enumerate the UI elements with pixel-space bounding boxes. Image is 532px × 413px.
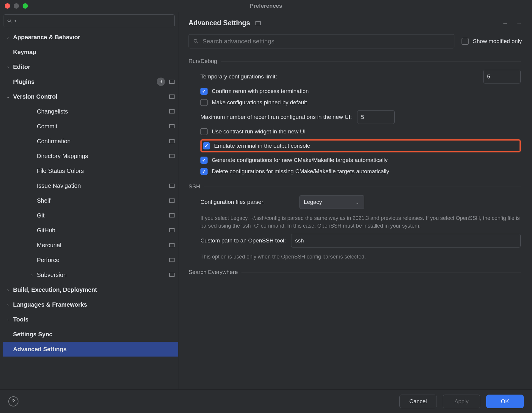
sidebar-item-label: Mercurial	[37, 242, 167, 249]
scope-icon	[169, 124, 175, 128]
chevron-right-icon: ›	[5, 64, 11, 70]
sidebar-item-label: File Status Colors	[37, 168, 175, 174]
pinned-default-checkbox[interactable]	[200, 99, 208, 106]
sidebar-item-label: Confirmation	[37, 138, 167, 145]
footer: ? Cancel Apply OK	[0, 389, 532, 413]
ok-button[interactable]: OK	[486, 395, 524, 408]
sidebar-item-label: Keymap	[13, 49, 175, 56]
settings-tree: ›Appearance & BehaviorKeymap›EditorPlugi…	[3, 30, 178, 389]
max-recent-input[interactable]	[357, 110, 395, 124]
sidebar-item-plugins[interactable]: Plugins3	[3, 74, 178, 89]
svg-line-1	[10, 21, 11, 23]
del-configs-checkbox[interactable]	[200, 168, 208, 175]
titlebar: Preferences	[0, 0, 532, 12]
help-button[interactable]: ?	[8, 396, 18, 406]
sidebar-item-mercurial[interactable]: Mercurial	[3, 238, 178, 253]
sidebar-item-changelists[interactable]: Changelists	[3, 104, 178, 119]
maximize-icon[interactable]	[23, 3, 28, 9]
sidebar-item-directory-mappings[interactable]: Directory Mappings	[3, 149, 178, 163]
sidebar-item-advanced-settings[interactable]: Advanced Settings	[3, 342, 178, 357]
sidebar-item-settings-sync[interactable]: Settings Sync	[3, 327, 178, 342]
sidebar-item-file-status-colors[interactable]: File Status Colors	[3, 163, 178, 178]
scope-icon	[169, 273, 175, 277]
emulate-terminal-label: Emulate terminal in the output console	[214, 143, 310, 149]
dropdown-icon: ▾	[15, 19, 16, 23]
temp-conf-limit-input[interactable]	[483, 70, 521, 83]
sidebar-item-label: Build, Execution, Deployment	[13, 286, 175, 293]
chevron-right-icon: ›	[5, 35, 11, 40]
sidebar-item-github[interactable]: GitHub	[3, 223, 178, 238]
contrast-widget-label: Use contrast run widget in the new UI	[212, 128, 306, 135]
apply-button[interactable]: Apply	[443, 395, 480, 408]
parser-hint: If you select Legacy, ~/.ssh/config is p…	[200, 214, 521, 230]
sidebar-item-confirmation[interactable]: Confirmation	[3, 134, 178, 149]
sidebar-item-label: Tools	[13, 316, 175, 323]
sidebar-item-shelf[interactable]: Shelf	[3, 193, 178, 208]
chevron-down-icon: ⌄	[355, 199, 360, 206]
sidebar-item-keymap[interactable]: Keymap	[3, 45, 178, 59]
window-controls	[5, 3, 28, 9]
sidebar-item-tools[interactable]: ›Tools	[3, 312, 178, 327]
show-modified-only-checkbox[interactable]	[462, 38, 469, 45]
del-configs-label: Delete configurations for missing CMake/…	[212, 168, 389, 175]
window-title: Preferences	[0, 3, 532, 9]
gen-configs-checkbox[interactable]	[200, 157, 208, 164]
parser-value: Legacy	[304, 199, 322, 205]
sidebar-item-appearance-behavior[interactable]: ›Appearance & Behavior	[3, 30, 178, 45]
sidebar-item-editor[interactable]: ›Editor	[3, 59, 178, 74]
sidebar-item-label: Subversion	[37, 272, 167, 278]
close-icon[interactable]	[5, 3, 10, 9]
chevron-right-icon: ›	[29, 272, 35, 278]
max-recent-label: Maximum number of recent run configurati…	[200, 114, 352, 120]
sidebar-item-git[interactable]: Git	[3, 208, 178, 223]
confirm-rerun-label: Confirm rerun with process termination	[212, 88, 309, 94]
cancel-button[interactable]: Cancel	[399, 395, 437, 408]
section-title: Run/Debug	[189, 58, 217, 64]
section-search-everywhere: Search Everywhere	[189, 269, 521, 275]
sidebar-item-issue-navigation[interactable]: Issue Navigation	[3, 178, 178, 193]
scope-icon	[169, 80, 175, 84]
advanced-search-input[interactable]: Search advanced settings	[189, 34, 454, 48]
badge: 3	[157, 78, 165, 86]
emulate-terminal-checkbox[interactable]	[203, 142, 210, 149]
scope-icon	[169, 184, 175, 188]
sidebar-item-label: Directory Mappings	[37, 153, 167, 160]
forward-icon: →	[516, 20, 522, 26]
custom-path-input[interactable]	[291, 234, 521, 248]
scope-icon	[169, 139, 175, 143]
back-icon[interactable]: ←	[502, 20, 508, 26]
svg-point-0	[8, 19, 10, 22]
chevron-right-icon: ›	[5, 287, 11, 292]
sidebar-item-label: Editor	[13, 64, 175, 70]
parser-select[interactable]: Legacy ⌄	[299, 195, 364, 209]
scope-icon	[169, 94, 175, 99]
contrast-widget-checkbox[interactable]	[200, 128, 208, 135]
temp-conf-limit-label: Temporary configurations limit:	[200, 73, 277, 80]
custom-path-label: Custom path to an OpenSSH tool:	[200, 237, 286, 244]
chevron-right-icon: ›	[5, 317, 11, 322]
pinned-default-label: Make configurations pinned by default	[212, 99, 307, 106]
sidebar-item-label: Git	[37, 212, 167, 219]
section-title: Search Everywhere	[189, 269, 238, 275]
section-title: SSH	[189, 183, 200, 190]
confirm-rerun-checkbox[interactable]	[200, 88, 208, 95]
scope-icon	[169, 213, 175, 217]
sidebar-item-subversion[interactable]: ›Subversion	[3, 267, 178, 282]
sidebar-item-label: Version Control	[13, 93, 167, 100]
sidebar-item-label: Advanced Settings	[13, 346, 175, 353]
sidebar-item-build-execution-deployment[interactable]: ›Build, Execution, Deployment	[3, 282, 178, 297]
nav-arrows: ← →	[502, 20, 522, 26]
scope-icon	[169, 198, 175, 203]
sidebar-search[interactable]: ▾	[4, 14, 175, 27]
minimize-icon[interactable]	[14, 3, 19, 9]
svg-point-2	[194, 39, 197, 42]
sidebar-item-version-control[interactable]: ⌄Version Control	[3, 89, 178, 104]
section-run-debug: Run/Debug	[189, 58, 521, 64]
sidebar-item-commit[interactable]: Commit	[3, 119, 178, 134]
sidebar: ▾ ›Appearance & BehaviorKeymap›EditorPlu…	[0, 12, 178, 389]
sidebar-item-languages-frameworks[interactable]: ›Languages & Frameworks	[3, 297, 178, 312]
scope-icon	[255, 21, 261, 25]
content-header: Advanced Settings ← →	[189, 19, 522, 27]
svg-line-3	[197, 42, 198, 43]
sidebar-item-perforce[interactable]: Perforce	[3, 253, 178, 267]
